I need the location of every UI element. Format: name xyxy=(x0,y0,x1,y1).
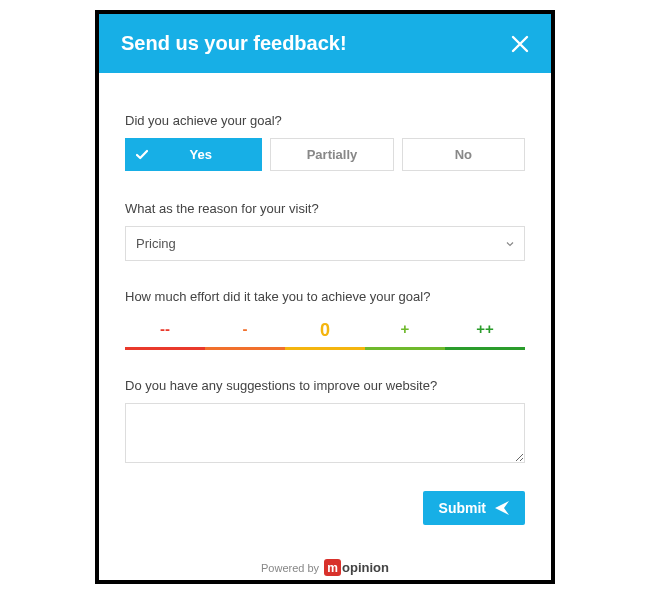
effort-scale: -- - 0 + ++ xyxy=(125,314,525,350)
effort-label: 0 xyxy=(320,320,330,340)
q1-option-label: Partially xyxy=(307,147,358,162)
q1-options: Yes Partially No xyxy=(125,138,525,171)
effort-option-neutral[interactable]: 0 xyxy=(285,314,365,350)
modal-title: Send us your feedback! xyxy=(121,32,347,55)
submit-row: Submit xyxy=(125,491,525,525)
effort-label: -- xyxy=(160,320,170,337)
q1-option-yes[interactable]: Yes xyxy=(125,138,262,171)
effort-label: + xyxy=(401,320,410,337)
suggestions-textarea[interactable] xyxy=(125,403,525,463)
check-icon xyxy=(136,149,148,161)
mopinion-text: opinion xyxy=(342,560,389,575)
send-icon xyxy=(495,501,509,515)
effort-option-hard[interactable]: - xyxy=(205,314,285,350)
modal-header: Send us your feedback! xyxy=(99,14,551,73)
q1-label: Did you achieve your goal? xyxy=(125,113,525,128)
chevron-down-icon xyxy=(506,240,514,248)
feedback-modal: Send us your feedback! Did you achieve y… xyxy=(95,10,555,584)
effort-label: ++ xyxy=(476,320,494,337)
reason-selected-value: Pricing xyxy=(136,236,176,251)
q1-option-label: No xyxy=(455,147,472,162)
effort-option-very-easy[interactable]: ++ xyxy=(445,314,525,350)
q1-option-partially[interactable]: Partially xyxy=(270,138,393,171)
q2-label: What as the reason for your visit? xyxy=(125,201,525,216)
close-icon[interactable] xyxy=(511,35,529,53)
reason-select[interactable]: Pricing xyxy=(125,226,525,261)
q1-option-label: Yes xyxy=(189,147,211,162)
effort-option-very-hard[interactable]: -- xyxy=(125,314,205,350)
modal-body: Did you achieve your goal? Yes Partially… xyxy=(99,73,551,553)
effort-label: - xyxy=(243,320,248,337)
modal-footer: Powered by m opinion xyxy=(99,553,551,580)
submit-button[interactable]: Submit xyxy=(423,491,525,525)
mopinion-m-icon: m xyxy=(324,559,341,576)
q3-label: How much effort did it take you to achie… xyxy=(125,289,525,304)
powered-by-text: Powered by xyxy=(261,562,319,574)
mopinion-logo[interactable]: m opinion xyxy=(324,559,389,576)
submit-label: Submit xyxy=(439,500,486,516)
effort-option-easy[interactable]: + xyxy=(365,314,445,350)
q4-label: Do you have any suggestions to improve o… xyxy=(125,378,525,393)
q1-option-no[interactable]: No xyxy=(402,138,525,171)
